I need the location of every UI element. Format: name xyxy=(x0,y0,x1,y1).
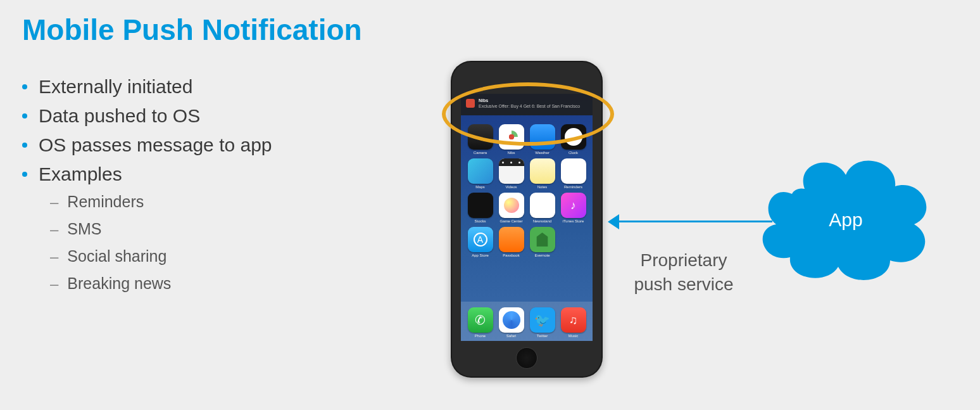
app-label: Stocks xyxy=(467,219,494,223)
app-cell: AApp Store xyxy=(467,227,494,257)
app-label: Safari xyxy=(498,334,525,338)
sub-bullet-list: – Reminders – SMS – Social sharing – Bre… xyxy=(50,193,402,293)
camera-app-icon xyxy=(468,124,493,150)
app-cell: Maps xyxy=(467,158,494,189)
dash-icon: – xyxy=(50,193,58,211)
app-cell: Game Center xyxy=(498,193,525,223)
app-label: Camera xyxy=(467,151,494,155)
app-cell: Stocks xyxy=(467,193,494,223)
arrow-line-icon xyxy=(615,221,772,222)
music-app-icon: ♫ xyxy=(561,307,586,333)
app-cell: Nibs xyxy=(498,124,525,155)
app-cell: Reminders xyxy=(560,158,587,189)
bullet-marker-icon xyxy=(22,143,27,148)
app-label: iTunes Store xyxy=(560,219,587,223)
bullet-item: Data pushed to OS xyxy=(22,105,402,127)
dock-item: 🐦Twitter xyxy=(529,307,556,338)
videos-app-icon xyxy=(499,158,524,184)
app-cell: ♪iTunes Store xyxy=(560,193,587,223)
app-cell: Passbook xyxy=(498,227,525,257)
twitter-app-icon: 🐦 xyxy=(530,307,555,333)
sub-bullet-text: Breaking news xyxy=(67,274,171,293)
slide-title: Mobile Push Notification xyxy=(0,0,980,47)
bullet-marker-icon xyxy=(22,113,27,119)
bullet-marker-icon xyxy=(22,172,27,177)
app-cell: Evernote xyxy=(529,227,556,257)
bullet-text: OS passes message to app xyxy=(39,134,272,156)
safari-app-icon xyxy=(499,307,524,333)
notification-app-icon xyxy=(466,99,475,108)
dock-item: ♫Music xyxy=(560,307,587,338)
push-arrow xyxy=(608,214,772,229)
notes-app-icon xyxy=(530,158,555,184)
app-label: Newsstand xyxy=(529,219,556,223)
sub-bullet-item: – Social sharing xyxy=(50,247,402,266)
sub-bullet-item: – SMS xyxy=(50,220,402,238)
sub-bullet-item: – Reminders xyxy=(50,193,402,211)
bullet-item: Externally initiated xyxy=(22,76,402,98)
app-cell: Weather xyxy=(529,124,556,155)
app-label: Weather xyxy=(529,151,556,155)
app-cell: Newsstand xyxy=(529,193,556,223)
app-cell: Clock xyxy=(560,124,587,155)
phone-dock: ✆Phone Safari 🐦Twitter ♫Music xyxy=(461,302,593,341)
newsstand-app-icon xyxy=(530,193,555,218)
app-label: Notes xyxy=(529,185,556,189)
app-label: Music xyxy=(560,334,587,338)
notification-body: Exclusive Offer: Buy 4 Get 6: Best of Sa… xyxy=(479,103,580,109)
home-button-icon xyxy=(516,347,537,369)
reminders-app-icon xyxy=(561,158,586,184)
app-label: Evernote xyxy=(529,253,556,257)
maps-app-icon xyxy=(468,158,493,184)
sub-bullet-text: Reminders xyxy=(67,193,144,211)
app-cell: Camera xyxy=(467,124,494,155)
stocks-app-icon xyxy=(468,193,493,218)
dock-item: ✆Phone xyxy=(467,307,494,338)
app-cell: Notes xyxy=(529,158,556,189)
clock-app-icon xyxy=(561,124,586,150)
app-cell: Videos xyxy=(498,158,525,189)
bullet-marker-icon xyxy=(22,84,27,89)
bullet-list: Externally initiated Data pushed to OS O… xyxy=(22,76,402,302)
app-cloud: App xyxy=(757,143,934,288)
dash-icon: – xyxy=(50,248,58,266)
cloud-label: App xyxy=(757,209,934,231)
arrow-label: Proprietary push service xyxy=(627,248,741,297)
sub-bullet-text: SMS xyxy=(67,220,101,238)
bullet-text: Examples xyxy=(39,163,122,185)
dock-item: Safari xyxy=(498,307,525,338)
notification-text: Nibs Exclusive Offer: Buy 4 Get 6: Best … xyxy=(479,98,580,109)
sub-bullet-item: – Breaking news xyxy=(50,274,402,293)
push-notification-banner: Nibs Exclusive Offer: Buy 4 Get 6: Best … xyxy=(461,94,593,115)
app-label: Nibs xyxy=(498,151,525,155)
home-screen-grid: Camera Nibs Weather Clock Maps Videos No… xyxy=(466,124,587,257)
bullet-text: Data pushed to OS xyxy=(39,105,200,127)
nibs-app-icon xyxy=(499,124,524,150)
dash-icon: – xyxy=(50,275,58,293)
app-label: Videos xyxy=(498,185,525,189)
weather-app-icon xyxy=(530,124,555,150)
notification-app-name: Nibs xyxy=(479,98,580,103)
evernote-app-icon xyxy=(530,227,555,252)
arrow-head-icon xyxy=(608,214,619,229)
itunes-app-icon: ♪ xyxy=(561,193,586,218)
app-label: Reminders xyxy=(560,185,587,189)
app-label: Game Center xyxy=(498,219,525,223)
phone-body: Nibs Exclusive Offer: Buy 4 Get 6: Best … xyxy=(452,62,601,376)
app-label: Twitter xyxy=(529,334,556,338)
app-label: Maps xyxy=(467,185,494,189)
dash-icon: – xyxy=(50,221,58,238)
appstore-app-icon: A xyxy=(468,227,493,252)
bullet-item: Examples xyxy=(22,163,402,185)
phone-app-icon: ✆ xyxy=(468,307,493,333)
bullet-text: Externally initiated xyxy=(39,76,192,98)
phone-screen: Nibs Exclusive Offer: Buy 4 Get 6: Best … xyxy=(461,94,593,341)
sub-bullet-text: Social sharing xyxy=(67,247,166,266)
passbook-app-icon xyxy=(499,227,524,252)
bullet-item: OS passes message to app xyxy=(22,134,402,156)
app-label: Phone xyxy=(467,334,494,338)
app-label: App Store xyxy=(467,253,494,257)
gamecenter-app-icon xyxy=(499,193,524,218)
phone-mockup: Nibs Exclusive Offer: Buy 4 Get 6: Best … xyxy=(451,61,603,378)
app-label: Clock xyxy=(560,151,587,155)
